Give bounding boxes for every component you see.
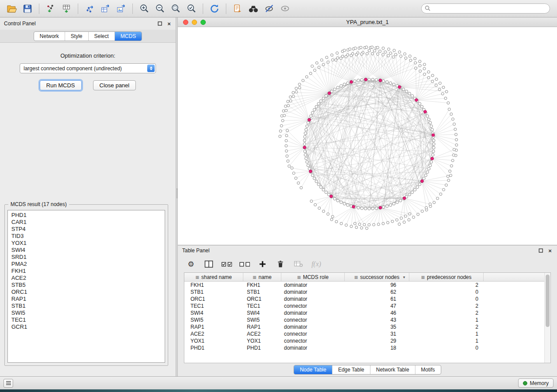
settings-gear-icon[interactable]: ⚙ xyxy=(186,258,196,270)
status-menu-icon[interactable] xyxy=(3,379,13,388)
table-cell: dominator xyxy=(281,309,345,316)
function-builder-icon[interactable]: f(x) xyxy=(311,258,322,270)
save-session-icon[interactable] xyxy=(20,2,35,15)
table-cell: dominator xyxy=(281,296,345,303)
table-row[interactable]: ACE2ACE2connector311 xyxy=(184,330,550,337)
column-sort-icon[interactable]: ▦ xyxy=(195,275,199,279)
find-binoculars-icon[interactable] xyxy=(246,2,261,15)
tab-select[interactable]: Select xyxy=(88,32,114,41)
close-table-panel-icon[interactable]: × xyxy=(547,248,553,253)
tab-network[interactable]: Network xyxy=(34,32,65,41)
optimization-criterion-dropdown[interactable]: largest connected component (undirected) xyxy=(20,63,156,73)
deselect-all-icon[interactable] xyxy=(239,258,250,270)
float-table-panel-icon[interactable] xyxy=(538,248,543,253)
result-item[interactable]: PMA2 xyxy=(8,261,165,268)
zoom-out-icon[interactable] xyxy=(152,2,167,15)
table-scrollbar-thumb[interactable] xyxy=(546,275,550,327)
maximize-window-icon[interactable] xyxy=(201,20,206,25)
mcds-result-group: MCDS result (17 nodes) PHD1CAR1STP4TID3Y… xyxy=(4,204,168,366)
close-window-icon[interactable] xyxy=(183,20,188,25)
refresh-network-icon[interactable] xyxy=(207,2,222,15)
column-sort-icon[interactable]: ▦ xyxy=(354,275,358,279)
table-row[interactable]: PHD1PHD1dominator180 xyxy=(184,344,550,351)
result-item[interactable]: YOX1 xyxy=(8,240,165,247)
table-cell: STB1 xyxy=(184,289,243,296)
mcds-result-list[interactable]: PHD1CAR1STP4TID3YOX1SWI4SRD1PMA2FKH1ACE2… xyxy=(7,210,165,363)
float-panel-icon[interactable] xyxy=(157,21,163,26)
result-item[interactable]: SRD1 xyxy=(8,254,165,261)
run-mcds-button[interactable]: Run MCDS xyxy=(40,80,82,90)
close-panel-button[interactable]: Close panel xyxy=(93,80,136,90)
import-table-file-icon[interactable] xyxy=(59,2,74,15)
table-cell: FKH1 xyxy=(243,282,281,289)
memory-button[interactable]: Memory xyxy=(518,378,554,388)
close-panel-icon[interactable]: × xyxy=(166,21,172,26)
share-document-icon[interactable] xyxy=(230,2,245,15)
table-tab-node-table[interactable]: Node Table xyxy=(294,365,332,374)
result-item[interactable]: STB5 xyxy=(8,282,165,289)
result-item[interactable]: ACE2 xyxy=(8,275,165,282)
result-item[interactable]: TID3 xyxy=(8,233,165,240)
table-tab-network-table[interactable]: Network Table xyxy=(370,365,415,374)
result-item[interactable]: STB1 xyxy=(8,303,165,309)
column-filter-arrow-icon[interactable]: ▼ xyxy=(402,275,406,279)
search-box xyxy=(421,3,550,14)
table-row[interactable]: RAP1RAP1dominator352 xyxy=(184,323,550,330)
tab-mcds[interactable]: MCDS xyxy=(114,32,142,41)
result-item[interactable]: SWI5 xyxy=(8,309,165,316)
delete-column-icon[interactable] xyxy=(275,258,286,270)
toolbar-separator xyxy=(78,3,78,14)
select-all-checked-icon[interactable] xyxy=(221,258,232,270)
tab-style[interactable]: Style xyxy=(65,32,88,41)
result-item[interactable]: ORC1 xyxy=(8,289,165,296)
result-item[interactable]: RAP1 xyxy=(8,296,165,303)
zoom-in-icon[interactable] xyxy=(137,2,152,15)
table-row[interactable]: TEC1TEC1connector472 xyxy=(184,303,550,309)
minimize-window-icon[interactable] xyxy=(192,20,197,25)
table-row[interactable]: ORC1ORC1dominator610 xyxy=(184,296,550,303)
column-header-shared-name[interactable]: ▦shared name xyxy=(184,273,243,281)
table-row[interactable]: FKH1FKH1dominator962 xyxy=(184,282,550,289)
column-sort-icon[interactable]: ▦ xyxy=(253,275,256,279)
search-input[interactable] xyxy=(421,3,550,14)
zoom-fit-icon[interactable] xyxy=(168,2,183,15)
result-item[interactable]: CAR1 xyxy=(8,219,165,226)
result-item[interactable]: STP4 xyxy=(8,226,165,233)
result-item[interactable]: FKH1 xyxy=(8,268,165,275)
table-body[interactable]: FKH1FKH1dominator962STB1STB1dominator620… xyxy=(184,282,550,351)
show-level-of-detail-icon[interactable] xyxy=(277,2,292,15)
column-sort-icon[interactable]: ▦ xyxy=(297,275,301,279)
network-canvas[interactable] xyxy=(178,27,557,245)
table-cell: connector xyxy=(281,316,345,323)
table-cell: 0 xyxy=(409,289,484,296)
table-row[interactable]: STB1STB1dominator620 xyxy=(184,289,550,296)
table-row[interactable]: YOX1YOX1connector291 xyxy=(184,337,550,344)
result-item[interactable]: PHD1 xyxy=(8,212,165,219)
table-row[interactable]: SWI5SWI5connector431 xyxy=(184,316,550,323)
table-tab-edge-table[interactable]: Edge Table xyxy=(332,365,370,374)
column-header-name[interactable]: ▦name xyxy=(243,273,281,281)
network-window-titlebar[interactable]: YPA_prune.txt_1 xyxy=(178,17,557,27)
column-layout-icon[interactable] xyxy=(204,258,214,270)
open-file-icon[interactable] xyxy=(4,2,19,15)
result-item[interactable]: GCR1 xyxy=(8,323,165,330)
import-network-file-icon[interactable] xyxy=(43,2,58,15)
table-scrollbar[interactable] xyxy=(544,273,550,363)
export-network-icon[interactable] xyxy=(82,2,97,15)
add-column-icon[interactable] xyxy=(257,258,268,270)
column-header-predecessor-nodes[interactable]: ▦predecessor nodes xyxy=(409,273,484,281)
mcds-panel: Optimization criterion: largest connecte… xyxy=(0,43,176,376)
clear-table-icon[interactable] xyxy=(293,258,304,270)
export-table-icon[interactable] xyxy=(98,2,113,15)
hide-glyphs-icon[interactable] xyxy=(262,2,277,15)
table-row[interactable]: SWI4SWI4dominator462 xyxy=(184,309,550,316)
column-header-successor-nodes[interactable]: ▦successor nodes▼ xyxy=(345,273,409,281)
export-image-icon[interactable] xyxy=(114,2,128,15)
result-item[interactable]: TEC1 xyxy=(8,316,165,323)
column-header-MCDS-role[interactable]: ▦MCDS role xyxy=(281,273,345,281)
result-item[interactable]: SWI4 xyxy=(8,247,165,254)
table-tab-motifs[interactable]: Motifs xyxy=(415,365,441,374)
zoom-selected-icon[interactable] xyxy=(184,2,199,15)
column-sort-icon[interactable]: ▦ xyxy=(421,275,425,279)
column-header-label: name xyxy=(259,274,272,280)
